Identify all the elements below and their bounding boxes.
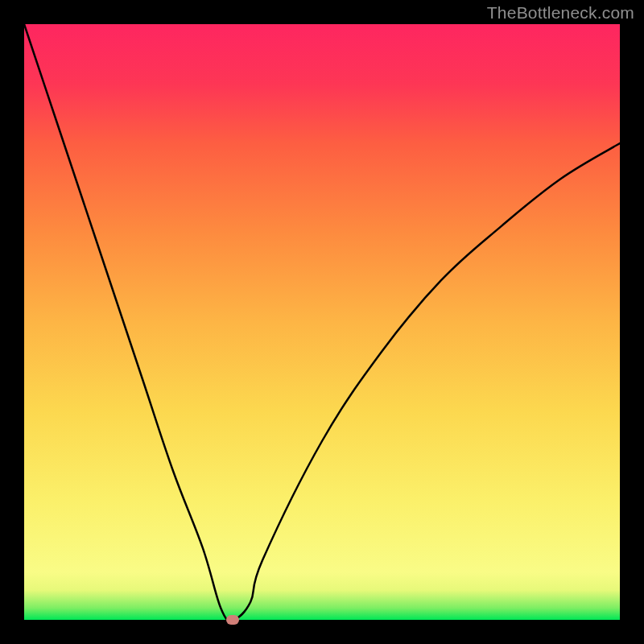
bottleneck-curve (24, 24, 620, 620)
optimal-point-marker (226, 615, 239, 625)
watermark-text: TheBottleneck.com (487, 3, 634, 23)
chart-frame: TheBottleneck.com (0, 0, 644, 644)
plot-area (24, 24, 620, 620)
